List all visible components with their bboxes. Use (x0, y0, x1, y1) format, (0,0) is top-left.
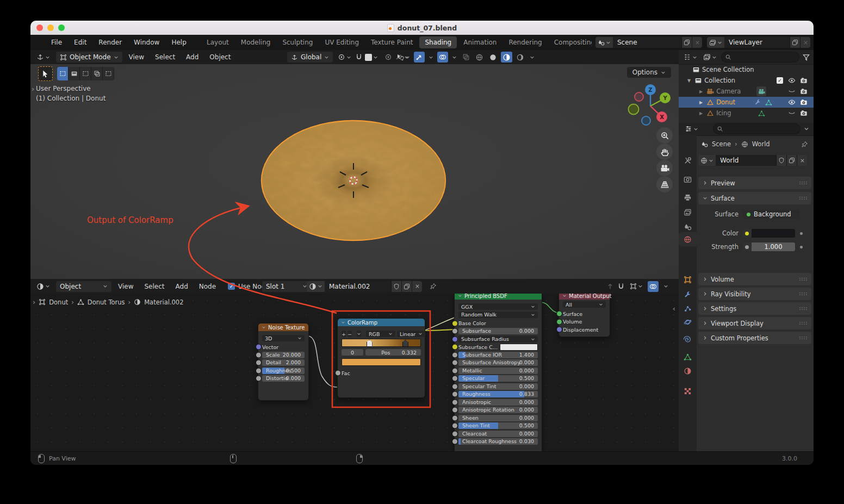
select-mode-intersect-button[interactable] (103, 67, 114, 80)
hide-viewport-icon[interactable] (787, 108, 797, 118)
bsdf-property-row[interactable]: Clearcoat 0.000 (458, 431, 538, 437)
strength-slider[interactable]: 1.000 (742, 242, 795, 251)
hide-viewport-icon[interactable] (787, 97, 797, 107)
shader-menu-item[interactable]: Add (176, 283, 188, 290)
workspace-tab[interactable]: Shading (419, 36, 457, 48)
gizmo-axis-neg-z[interactable] (642, 116, 650, 125)
viewport-menu-item[interactable]: Add (186, 53, 198, 61)
gizmo-axis-neg-x[interactable] (635, 92, 643, 101)
tab-world[interactable] (679, 232, 697, 246)
fake-user-button[interactable] (776, 155, 786, 166)
outliner-row-scene-collection[interactable]: Scene Collection (679, 64, 814, 75)
select-mode-invert-button[interactable] (91, 67, 103, 80)
ramp-stop[interactable] (402, 340, 408, 347)
value-slider[interactable]: Subsurface IOR 1.400 (458, 352, 538, 358)
snap-target-dropdown[interactable] (363, 52, 380, 63)
input-socket[interactable] (452, 336, 458, 342)
tab-output[interactable] (679, 190, 697, 204)
shading-wireframe-button[interactable] (474, 52, 485, 63)
world-color-field[interactable] (742, 229, 795, 238)
new-scene-button[interactable] (681, 37, 692, 48)
outliner-row-icing[interactable]: ▶ Icing (679, 108, 814, 119)
bsdf-property-row[interactable]: Specular Tint 0.000 (458, 383, 538, 390)
select-mode-set-button[interactable] (57, 67, 69, 80)
hide-viewport-icon[interactable] (787, 76, 797, 85)
workspace-tab[interactable]: Texture Paint (365, 36, 418, 48)
input-socket[interactable] (452, 431, 458, 437)
tab-modifiers[interactable] (679, 288, 697, 302)
input-socket[interactable] (452, 352, 458, 358)
collection-checkbox[interactable]: ✓ (775, 76, 785, 85)
expand-triangle-icon[interactable]: ▼ (687, 78, 691, 83)
panel-grip[interactable] (799, 307, 807, 310)
node-noise-texture[interactable]: Noise Texture Fac Color (258, 323, 309, 401)
input-socket[interactable] (256, 352, 262, 358)
display-mode-dropdown[interactable] (702, 52, 718, 63)
editor-type-properties-button[interactable] (683, 123, 700, 134)
outliner-search-input[interactable] (734, 53, 796, 61)
bsdf-property-row[interactable]: Specular 0.500 (458, 375, 538, 382)
unlink-material-button[interactable] (412, 281, 422, 292)
value-slider[interactable]: Detail 2.000 (262, 359, 305, 366)
panel-grip[interactable] (799, 292, 807, 296)
tab-render[interactable] (679, 172, 697, 186)
select-mode-extend-button[interactable] (69, 67, 80, 80)
value-slider[interactable]: Specular 0.500 (458, 375, 538, 382)
input-socket[interactable] (256, 376, 262, 382)
properties-search-input[interactable] (725, 125, 797, 133)
breadcrumb-world[interactable]: World (752, 140, 770, 148)
input-socket[interactable] (452, 391, 458, 397)
new-material-button[interactable] (401, 281, 412, 292)
viewport-menu-item[interactable]: View (129, 53, 144, 61)
input-socket[interactable] (452, 415, 458, 421)
dimensions-dropdown[interactable]: 3D (262, 335, 305, 341)
active-tool-select-box[interactable] (38, 66, 53, 81)
outliner-row-camera[interactable]: ▶ Camera (679, 86, 814, 97)
perspective-toggle-button[interactable] (656, 176, 673, 192)
panel-custom-properties[interactable]: Custom Properties (698, 332, 811, 344)
tab-texture[interactable] (679, 384, 697, 398)
shading-solid-button[interactable] (487, 52, 499, 63)
disable-render-icon[interactable] (799, 108, 809, 118)
parent-node-tree-icon[interactable] (606, 283, 614, 290)
panel-grip[interactable] (799, 196, 807, 200)
value-slider[interactable]: Distortio 0.000 (262, 375, 305, 382)
value-slider[interactable]: Clearcoat Roughness 0.030 (458, 438, 538, 445)
bsdf-property-row[interactable]: Sheen 0.000 (458, 415, 538, 421)
navigation-gizmo[interactable]: Z Y X (626, 82, 674, 130)
value-dropdown[interactable]: Subsurface Radius (458, 336, 538, 343)
shader-menu-item[interactable]: Node (199, 283, 216, 290)
input-socket[interactable] (452, 439, 458, 445)
color-swatch[interactable] (500, 344, 538, 351)
breadcrumb-scene[interactable]: Scene (712, 140, 731, 148)
node-header[interactable]: Noise Texture (258, 323, 308, 331)
input-socket[interactable] (335, 370, 341, 376)
tab-tool[interactable] (679, 153, 697, 167)
panel-surface[interactable]: Surface (698, 192, 811, 204)
input-socket[interactable] (452, 407, 458, 413)
viewport-menu-item[interactable]: Select (155, 53, 175, 61)
ramp-specials-button[interactable] (357, 331, 361, 337)
bsdf-property-row[interactable]: Clearcoat Roughness 0.030 (458, 438, 538, 445)
stop-position-field[interactable]: Pos 0.332 (365, 349, 421, 356)
shading-material-preview-button[interactable] (501, 52, 512, 63)
browse-viewlayer-button[interactable] (707, 37, 724, 48)
delete-viewlayer-button[interactable] (800, 37, 810, 48)
workspace-tab[interactable]: Layout (201, 36, 234, 48)
overlays-dropdown[interactable] (450, 52, 458, 63)
ramp-stop-selected[interactable] (367, 340, 373, 347)
stop-index-field[interactable]: 0 (342, 349, 363, 356)
distribution-dropdown[interactable]: GGX (458, 303, 538, 310)
shader-menu-item[interactable]: Select (144, 283, 164, 290)
fake-user-button[interactable] (391, 281, 401, 292)
value-slider[interactable]: Roughnes 0.500 (262, 368, 305, 374)
expand-triangle-icon[interactable]: ▶ (699, 89, 703, 94)
new-world-button[interactable] (786, 155, 797, 166)
filter-icon[interactable] (802, 53, 810, 61)
material-slot-dropdown[interactable]: Slot 1 (262, 281, 311, 292)
menu-item[interactable]: Help (171, 39, 186, 46)
bsdf-property-row[interactable]: Sheen Tint 0.500 (458, 422, 538, 429)
menu-item[interactable]: Edit (74, 39, 86, 46)
input-socket[interactable] (452, 376, 458, 382)
show-object-types-dropdown[interactable] (395, 52, 412, 63)
